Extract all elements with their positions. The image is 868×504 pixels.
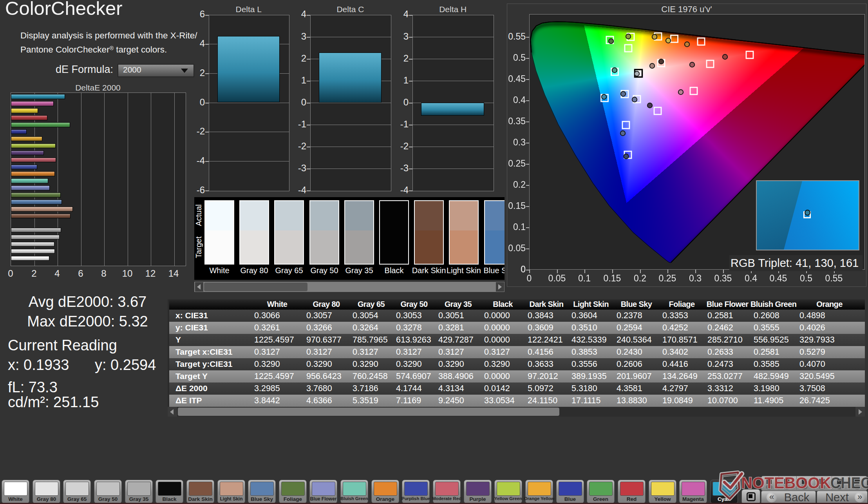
svg-text:NOTEBOOK: NOTEBOOK [741, 474, 831, 491]
svg-text:CHECK: CHECK [830, 474, 868, 491]
